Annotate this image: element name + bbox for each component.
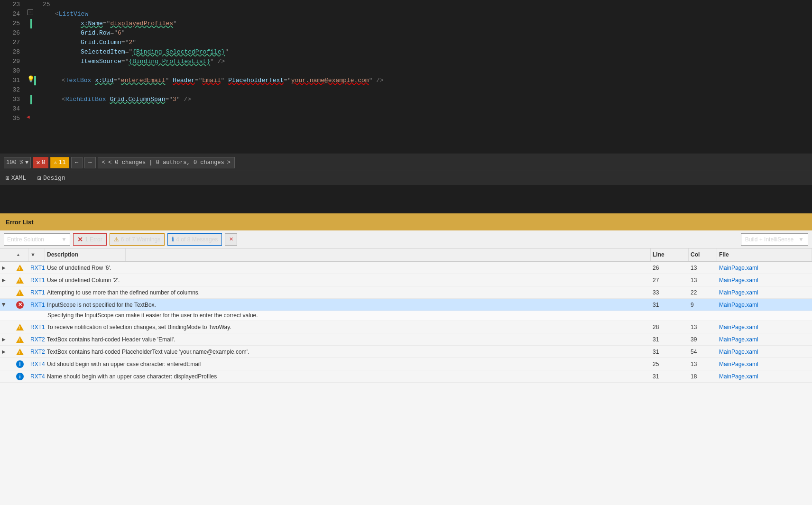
scope-dropdown[interactable]: Entire Solution ▼: [4, 233, 70, 246]
line-num-34: 34: [0, 104, 20, 114]
td-file-8[interactable]: MainPage.xaml: [717, 358, 812, 370]
td-icon-4: ✕: [14, 299, 28, 311]
td-code-8[interactable]: RXT451: [28, 358, 45, 370]
tab-xaml[interactable]: ⊞ XAML: [4, 171, 28, 185]
td-code-9[interactable]: RXT452: [28, 370, 45, 382]
expand-arrow-7[interactable]: ▶: [2, 349, 6, 354]
warning-icon-7: [16, 349, 24, 355]
td-desc-7: TextBox contains hard-coded PlaceholderT…: [45, 346, 651, 358]
next-error-btn[interactable]: →: [84, 157, 96, 168]
code-line-28: SelectedItem="{Binding SelectedProfile}": [43, 47, 812, 57]
line-num-35: 35: [0, 114, 20, 123]
changes-nav-right[interactable]: >: [227, 159, 231, 166]
table-row[interactable]: RXT160 To receive notification of select…: [0, 321, 812, 333]
td-col-1: 13: [689, 262, 717, 274]
error-filter-btn[interactable]: ✕ 1 Error: [73, 233, 107, 246]
td-line-1: 26: [651, 262, 689, 274]
line-num-30: 30: [0, 66, 20, 76]
info-icon-8: i: [16, 360, 24, 368]
td-file-2[interactable]: MainPage.xaml: [717, 274, 812, 286]
error-list-panel: Error List Entire Solution ▼ ✕ 1 Error ⚠…: [0, 213, 812, 505]
expand-arrow-6[interactable]: ▶: [2, 337, 6, 342]
th-line[interactable]: Line: [651, 248, 689, 261]
filter-icon: ▼: [30, 252, 36, 257]
td-file-9[interactable]: MainPage.xaml: [717, 370, 812, 382]
code-lines[interactable]: 25 <ListView x:Name="displayedProfiles": [38, 0, 812, 154]
table-row[interactable]: i RXT452 Name should begin with an upper…: [0, 370, 812, 383]
table-row[interactable]: ▶ RXT200 TextBox contains hard-coded Pla…: [0, 346, 812, 358]
td-expand-8: [0, 358, 14, 370]
error-table[interactable]: ▲ ▼ Description Line Col File ▶ RXT: [0, 248, 812, 505]
td-code-6[interactable]: RXT200: [28, 333, 45, 345]
th-icon: ▲: [14, 248, 28, 261]
info-icon-9: i: [16, 373, 24, 380]
td-expand-6[interactable]: ▶: [0, 333, 14, 345]
expand-arrow-2[interactable]: ▶: [2, 277, 6, 283]
zoom-selector[interactable]: 100 % ▼: [4, 157, 31, 168]
td-file-1[interactable]: MainPage.xaml: [717, 262, 812, 274]
td-code-1[interactable]: RXT101: [28, 262, 45, 274]
line-num-24: 24: [0, 9, 20, 19]
line-num-27: 27: [0, 38, 20, 47]
table-row[interactable]: ▶ RXT200 TextBox contains hard-coded Hea…: [0, 333, 812, 346]
line-num-31: 31: [0, 76, 20, 85]
code-line-35: [43, 114, 812, 123]
td-desc-1: Use of undefined Row '6'.: [45, 262, 651, 274]
lightbulb-icon-31[interactable]: 💡: [28, 76, 34, 83]
message-filter-btn[interactable]: ℹ 4 of 8 Messages: [167, 233, 222, 246]
td-line-2: 27: [651, 274, 689, 286]
xaml-icon: ⊞: [6, 174, 9, 182]
td-expand-2[interactable]: ▶: [0, 274, 14, 286]
warning-count-badge[interactable]: ⚠ 11: [50, 157, 69, 168]
collapse-btn-24[interactable]: −: [28, 9, 33, 15]
table-row[interactable]: ▶ ✕ RXT150 InputScope is not specified f…: [0, 299, 812, 311]
td-file-3[interactable]: MainPage.xaml: [717, 286, 812, 298]
td-expand-4[interactable]: ▶: [0, 299, 14, 311]
tab-design[interactable]: ⊡ Design: [36, 171, 67, 185]
line-num-32: 32: [0, 85, 20, 95]
th-filter[interactable]: ▼: [28, 248, 45, 261]
table-row[interactable]: ▶ RXT102 Use of undefined Column '2'. 27…: [0, 274, 812, 286]
code-line-32: [43, 85, 812, 95]
td-file-6[interactable]: MainPage.xaml: [717, 333, 812, 345]
th-file[interactable]: File: [717, 248, 812, 261]
design-icon: ⊡: [37, 174, 41, 182]
gutter-mark-25: [30, 19, 32, 28]
build-dropdown[interactable]: Build + IntelliSense ▼: [741, 233, 808, 246]
td-code-2[interactable]: RXT102: [28, 274, 45, 286]
td-line-8: 25: [651, 358, 689, 370]
expand-arrow-4[interactable]: ▶: [1, 303, 7, 307]
td-code-3[interactable]: RXT104: [28, 286, 45, 298]
error-list-header: Error List: [0, 213, 812, 230]
expand-arrow-1[interactable]: ▶: [2, 265, 6, 270]
warning-filter-btn[interactable]: ⚠ 6 of 7 Warnings: [110, 233, 165, 246]
td-code-4[interactable]: RXT150: [28, 299, 45, 311]
prev-error-btn[interactable]: ←: [71, 157, 83, 168]
td-code-5[interactable]: RXT160: [28, 321, 45, 333]
th-col[interactable]: Col: [689, 248, 717, 261]
td-desc-3: Attempting to use more than the defined …: [45, 286, 651, 298]
td-file-4[interactable]: MainPage.xaml: [717, 299, 812, 311]
td-line-6: 31: [651, 333, 689, 345]
code-line-24: <ListView: [43, 9, 812, 19]
changes-nav-left[interactable]: <: [102, 159, 105, 166]
table-row[interactable]: i RXT451 Uid should begin with an upper …: [0, 358, 812, 370]
table-row[interactable]: ▶ RXT101 Use of undefined Row '6'. 26 13…: [0, 262, 812, 274]
td-col-7: 54: [689, 346, 717, 358]
td-file-5[interactable]: MainPage.xaml: [717, 321, 812, 333]
clear-filter-btn[interactable]: ✕: [225, 233, 237, 246]
td-expand-7[interactable]: ▶: [0, 346, 14, 358]
td-col-8: 13: [689, 358, 717, 370]
td-code-7[interactable]: RXT200: [28, 346, 45, 358]
tab-xaml-label: XAML: [11, 174, 26, 182]
code-line-30: [43, 66, 812, 76]
td-file-7[interactable]: MainPage.xaml: [717, 346, 812, 358]
line-num-29: 29: [0, 57, 20, 66]
td-expand-1[interactable]: ▶: [0, 262, 14, 274]
th-description[interactable]: Description: [45, 248, 126, 261]
error-count-badge[interactable]: ✕ 0: [33, 157, 48, 168]
td-line-9: 31: [651, 370, 689, 382]
code-line-25: x:Name="displayedProfiles": [43, 19, 812, 28]
table-row[interactable]: RXT104 Attempting to use more than the d…: [0, 286, 812, 299]
td-col-9: 18: [689, 370, 717, 382]
